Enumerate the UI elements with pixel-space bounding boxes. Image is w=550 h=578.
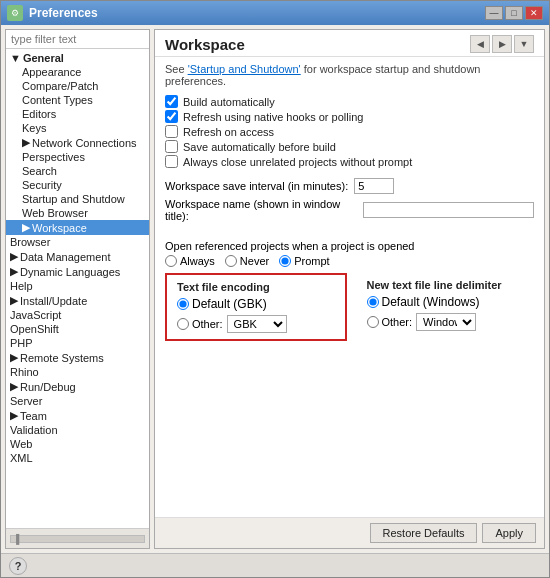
tree-item-perspectives[interactable]: Perspectives (6, 150, 149, 164)
open-referenced-radio-group: Always Never Prompt (165, 255, 534, 267)
checkbox-build-auto: Build automatically (165, 95, 534, 108)
startup-link[interactable]: 'Startup and Shutdown' (188, 63, 301, 75)
tree-item-editors[interactable]: Editors (6, 107, 149, 121)
tree-item-keys[interactable]: Keys (6, 121, 149, 135)
open-referenced-label: Open referenced projects when a project … (165, 240, 534, 252)
right-content: See 'Startup and Shutdown' for workspace… (155, 57, 544, 517)
radio-always[interactable]: Always (165, 255, 215, 267)
tree-item-security[interactable]: Security (6, 178, 149, 192)
encoding-delimiter-row: Text file encoding Default (GBK) Other: (165, 273, 534, 341)
tree-item-javascript[interactable]: JavaScript (6, 308, 149, 322)
checkbox-refresh-native: Refresh using native hooks or polling (165, 110, 534, 123)
checkbox-save-before-build: Save automatically before build (165, 140, 534, 153)
title-bar-left: ⚙ Preferences (7, 5, 98, 21)
tree-item-xml[interactable]: XML (6, 451, 149, 465)
build-auto-label: Build automatically (183, 96, 275, 108)
maximize-button[interactable]: □ (505, 6, 523, 20)
radio-prompt[interactable]: Prompt (279, 255, 329, 267)
tree-area: ▼ General Appearance Compare/Patch Conte… (6, 49, 149, 528)
radio-other-delim-input[interactable] (367, 316, 379, 328)
tree-item-search[interactable]: Search (6, 164, 149, 178)
delimiter-box-title: New text file line delimiter (367, 279, 525, 291)
tree-item-install-update[interactable]: ▶ Install/Update (6, 293, 149, 308)
apply-button[interactable]: Apply (482, 523, 536, 543)
tree-item-help[interactable]: Help (6, 279, 149, 293)
workspace-name-input[interactable] (363, 202, 534, 218)
expand-icon: ▶ (10, 265, 18, 278)
right-header: Workspace ◀ ▶ ▼ (155, 30, 544, 57)
tree-item-dynamic-languages[interactable]: ▶ Dynamic Languages (6, 264, 149, 279)
close-unrelated-checkbox[interactable] (165, 155, 178, 168)
radio-other-delim[interactable]: Other: (367, 316, 413, 328)
tree-item-php[interactable]: PHP (6, 336, 149, 350)
radio-always-input[interactable] (165, 255, 177, 267)
refresh-native-checkbox[interactable] (165, 110, 178, 123)
workspace-name-row: Workspace name (shown in window title): (165, 198, 534, 222)
window-title: Preferences (29, 6, 98, 20)
tree-item-startup[interactable]: Startup and Shutdow (6, 192, 149, 206)
expand-icon: ▼ (10, 52, 21, 64)
horizontal-scrollbar[interactable]: ▐ (10, 535, 145, 543)
tree-item-content-types[interactable]: Content Types (6, 93, 149, 107)
radio-never[interactable]: Never (225, 255, 269, 267)
expand-icon: ▶ (10, 409, 18, 422)
minimize-button[interactable]: — (485, 6, 503, 20)
save-before-build-checkbox[interactable] (165, 140, 178, 153)
tree-item-rhino[interactable]: Rhino (6, 365, 149, 379)
radio-default-gbk[interactable]: Default (GBK) (177, 297, 335, 311)
tree-item-team[interactable]: ▶ Team (6, 408, 149, 423)
nav-forward-button[interactable]: ▶ (492, 35, 512, 53)
save-interval-input[interactable] (354, 178, 394, 194)
tree-item-run-debug[interactable]: ▶ Run/Debug (6, 379, 149, 394)
radio-never-input[interactable] (225, 255, 237, 267)
tree-item-browser[interactable]: Browser (6, 235, 149, 249)
tree-item-appearance[interactable]: Appearance (6, 65, 149, 79)
right-panel: Workspace ◀ ▶ ▼ See 'Startup and Shutdow… (154, 29, 545, 549)
expand-icon: ▶ (10, 250, 18, 263)
tree-item-general[interactable]: ▼ General (6, 51, 149, 65)
preferences-window: ⚙ Preferences — □ ✕ ▼ General Appearance… (0, 0, 550, 578)
nav-back-button[interactable]: ◀ (470, 35, 490, 53)
help-button[interactable]: ? (9, 557, 27, 575)
radio-other-enc-input[interactable] (177, 318, 189, 330)
checkbox-close-unrelated: Always close unrelated projects without … (165, 155, 534, 168)
title-bar: ⚙ Preferences — □ ✕ (1, 1, 549, 25)
build-auto-checkbox[interactable] (165, 95, 178, 108)
save-interval-label: Workspace save interval (in minutes): (165, 180, 348, 192)
expand-icon: ▶ (10, 351, 18, 364)
nav-dropdown-button[interactable]: ▼ (514, 35, 534, 53)
close-button[interactable]: ✕ (525, 6, 543, 20)
tree-item-web-browser[interactable]: Web Browser (6, 206, 149, 220)
tree-item-workspace[interactable]: ▶ Workspace (6, 220, 149, 235)
right-footer: Restore Defaults Apply (155, 517, 544, 548)
encoding-select[interactable]: GBK UTF-8 ISO-8859-1 (227, 315, 287, 333)
restore-defaults-button[interactable]: Restore Defaults (370, 523, 478, 543)
radio-default-gbk-input[interactable] (177, 298, 189, 310)
tree-item-compare[interactable]: Compare/Patch (6, 79, 149, 93)
content-area: ▼ General Appearance Compare/Patch Conte… (1, 25, 549, 553)
tree-item-remote-systems[interactable]: ▶ Remote Systems (6, 350, 149, 365)
delimiter-select[interactable]: Windows Unix Mac (416, 313, 476, 331)
filter-input[interactable] (6, 30, 149, 49)
close-unrelated-label: Always close unrelated projects without … (183, 156, 412, 168)
left-panel: ▼ General Appearance Compare/Patch Conte… (5, 29, 150, 549)
refresh-native-label: Refresh using native hooks or polling (183, 111, 363, 123)
expand-icon: ▶ (10, 380, 18, 393)
radio-default-gbk-label: Default (GBK) (192, 297, 267, 311)
encoding-box: Text file encoding Default (GBK) Other: (165, 273, 347, 341)
refresh-access-checkbox[interactable] (165, 125, 178, 138)
radio-other-enc[interactable]: Other: (177, 318, 223, 330)
tree-item-openshift[interactable]: OpenShift (6, 322, 149, 336)
tree-item-server[interactable]: Server (6, 394, 149, 408)
title-bar-buttons: — □ ✕ (485, 6, 543, 20)
radio-default-windows[interactable]: Default (Windows) (367, 295, 525, 309)
radio-prompt-input[interactable] (279, 255, 291, 267)
left-panel-bottom-bar: ▐ (6, 528, 149, 548)
tree-item-data-management[interactable]: ▶ Data Management (6, 249, 149, 264)
tree-item-web[interactable]: Web (6, 437, 149, 451)
radio-other-enc-label: Other: (192, 318, 223, 330)
tree-item-network[interactable]: ▶ Network Connections (6, 135, 149, 150)
tree-item-validation[interactable]: Validation (6, 423, 149, 437)
radio-default-windows-input[interactable] (367, 296, 379, 308)
radio-other-delim-label: Other: (382, 316, 413, 328)
